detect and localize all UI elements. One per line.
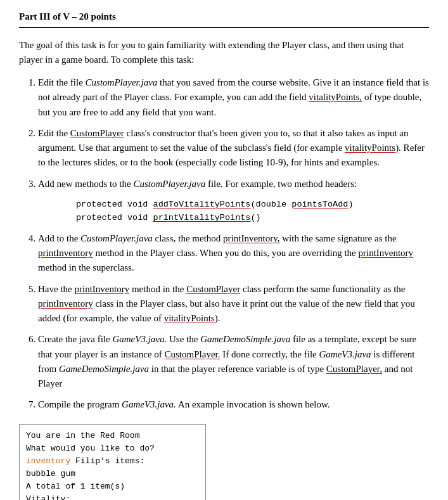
item6-text: Create the java file GameV3.java. Use th… xyxy=(38,334,416,388)
item3-text: Add new methods to the CustomPlayer.java… xyxy=(38,179,357,189)
intro-paragraph: The goal of this task is for you to gain… xyxy=(19,38,429,67)
terminal-line-1: You are in the Red Room xyxy=(26,430,199,442)
item2-field: vitalityPoints xyxy=(345,143,395,153)
instruction-list: Edit the file CustomPlayer.java that you… xyxy=(19,75,429,413)
item5-field: vitalityPoints xyxy=(164,313,215,323)
item5-method2: printInventory xyxy=(38,298,93,309)
item2-classname: CustomPlayer xyxy=(70,128,124,138)
item6-file3: GameDemoSimple.java xyxy=(59,364,149,374)
list-item: Add new methods to the CustomPlayer.java… xyxy=(38,177,429,225)
terminal-line-5: A total of 1 item(s) xyxy=(26,480,199,493)
list-item: Add to the CustomPlayer.java class, the … xyxy=(38,231,429,276)
item6-class: CustomPlayer. xyxy=(165,349,221,359)
code-block: protected void addToVitalityPoints(doubl… xyxy=(38,198,429,225)
list-item: Edit the CustomPlayer class's constructo… xyxy=(38,126,429,170)
item3-filename: CustomPlayer.java xyxy=(133,179,205,189)
code-line-2: protected void printVitalityPoints() xyxy=(76,211,429,225)
list-item: Edit the file CustomPlayer.java that you… xyxy=(38,75,429,120)
item6-file2: GameV3.java xyxy=(319,349,371,359)
list-item: Create the java file GameV3.java. Use th… xyxy=(38,332,429,391)
item4-text: Add to the CustomPlayer.java class, the … xyxy=(38,233,413,273)
item7-filename: GameV3.java. xyxy=(122,399,176,409)
item1-field: vitalityPoints, xyxy=(309,92,362,102)
title-divider xyxy=(19,27,429,28)
item6-filename: GameV3.java. xyxy=(112,334,167,344)
item6-template: GameDemoSimple.java xyxy=(200,334,290,344)
terminal-line-6: Vitality: xyxy=(26,493,199,500)
item6-type: CustomPlayer, xyxy=(326,364,382,374)
item1-text: Edit the file CustomPlayer.java that you… xyxy=(38,77,429,117)
list-item: Have the printInventory method in the Cu… xyxy=(38,282,429,326)
method2-name: printVitalityPoints xyxy=(153,213,251,222)
item7-text: Compile the program GameV3.java. An exam… xyxy=(38,399,330,409)
code-line-1: protected void addToVitalityPoints(doubl… xyxy=(76,198,429,212)
terminal-line-3: inventory Filip's items: xyxy=(26,455,199,468)
item1-filename: CustomPlayer.java xyxy=(86,77,158,87)
item4-method2: printInventory xyxy=(38,248,93,258)
item5-text: Have the printInventory method in the Cu… xyxy=(38,284,415,324)
terminal-line-2: What would you like to do? xyxy=(26,442,199,455)
item5-class: CustomPlayer xyxy=(186,284,240,294)
item4-method3: printInventory xyxy=(358,248,413,258)
item4-filename: CustomPlayer.java xyxy=(80,233,153,243)
method1-name: addToVitalityPoints xyxy=(153,200,251,209)
item4-method: printInventory, xyxy=(223,233,279,243)
list-item: Compile the program GameV3.java. An exam… xyxy=(38,397,429,412)
item5-method: printInventory xyxy=(74,284,129,294)
terminal-output: You are in the Red Room What would you l… xyxy=(19,424,206,500)
terminal-command: inventory xyxy=(26,456,70,466)
item2-text: Edit the CustomPlayer class's constructo… xyxy=(38,128,425,168)
terminal-line-4: bubble gum xyxy=(26,468,199,480)
page-title: Part III of V – 20 points xyxy=(19,11,429,22)
param-name: pointsToAdd xyxy=(291,200,348,209)
